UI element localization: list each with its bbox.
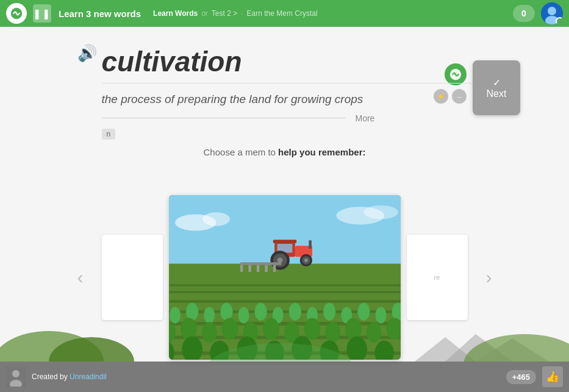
carousel-container: ‹ xyxy=(0,163,569,393)
svg-point-29 xyxy=(181,318,197,340)
svg-rect-8 xyxy=(169,291,401,293)
creator-link[interactable]: Unreadindil xyxy=(70,372,107,381)
svg-point-14 xyxy=(170,307,181,324)
more-link[interactable]: More xyxy=(356,113,375,123)
step-1: Learn Words xyxy=(153,9,198,18)
svg-point-21 xyxy=(288,303,301,321)
word-type-badge: n xyxy=(102,129,116,140)
mem-section: Choose a mem to help you remember: ‹ xyxy=(0,147,569,393)
svg-point-57 xyxy=(277,258,282,263)
lesson-title: Learn 3 new words xyxy=(59,9,141,19)
svg-rect-54 xyxy=(273,240,296,243)
word-definition: the process of preparing the land for gr… xyxy=(102,91,443,109)
svg-point-30 xyxy=(201,322,217,343)
svg-point-2 xyxy=(548,7,556,15)
avatar-badge: ✓ xyxy=(556,17,563,24)
main-content: ✓ Next ⚡ – 🔊 cultivation the process of … xyxy=(0,27,569,392)
svg-rect-53 xyxy=(309,241,312,249)
svg-point-70 xyxy=(363,205,398,219)
prev-arrow[interactable]: ‹ xyxy=(65,163,96,393)
svg-rect-64 xyxy=(256,265,259,272)
svg-point-72 xyxy=(12,370,20,377)
like-button[interactable]: 👍 xyxy=(542,366,563,387)
svg-point-60 xyxy=(304,258,308,262)
word-area: 🔊 cultivation the process of preparing t… xyxy=(77,33,492,147)
svg-rect-62 xyxy=(240,265,243,272)
step-2: Test 2 > xyxy=(212,9,237,18)
header: ❚❚ Learn 3 new words Learn Words or Test… xyxy=(0,0,569,27)
svg-point-37 xyxy=(345,318,362,340)
svg-point-31 xyxy=(221,318,238,340)
points-badge: +465 xyxy=(506,370,536,384)
svg-rect-63 xyxy=(248,265,251,272)
svg-rect-61 xyxy=(240,263,281,266)
svg-point-35 xyxy=(304,318,320,340)
svg-point-19 xyxy=(254,303,267,321)
divider xyxy=(102,118,346,118)
score-badge: 0 xyxy=(513,5,535,22)
svg-point-26 xyxy=(375,307,386,324)
next-arrow[interactable]: › xyxy=(474,163,504,393)
mem-prompt: Choose a mem to help you remember: xyxy=(204,147,366,157)
step-3: Earn the Mem Crystal xyxy=(247,9,318,18)
next-card: re xyxy=(407,235,468,320)
memrise-logo[interactable] xyxy=(6,3,27,24)
svg-point-23 xyxy=(323,303,335,321)
attribution-text: Created by Unreadindil xyxy=(32,372,107,381)
svg-point-16 xyxy=(204,307,215,324)
svg-rect-7 xyxy=(169,285,401,287)
svg-point-36 xyxy=(325,322,340,343)
pause-button[interactable]: ❚❚ xyxy=(33,4,51,23)
svg-point-33 xyxy=(263,318,279,340)
mem-image xyxy=(169,195,401,360)
svg-point-38 xyxy=(366,322,381,343)
sound-button[interactable]: 🔊 xyxy=(77,44,97,63)
svg-rect-11 xyxy=(169,322,401,326)
svg-point-68 xyxy=(202,212,230,226)
svg-rect-65 xyxy=(265,265,268,272)
creator-avatar xyxy=(6,367,26,387)
more-row: More xyxy=(102,113,492,123)
avatar[interactable]: ✓ xyxy=(541,2,563,24)
word-display: cultivation xyxy=(102,45,492,78)
bottom-bar: Created by Unreadindil +465 👍 xyxy=(0,362,569,392)
progress-steps: Learn Words or Test 2 > · Earn the Mem C… xyxy=(153,9,513,18)
next-button[interactable]: ✓ Next xyxy=(473,60,520,115)
word-divider xyxy=(102,83,492,84)
prev-card xyxy=(102,235,163,320)
svg-point-25 xyxy=(357,303,370,321)
svg-rect-9 xyxy=(169,300,401,303)
next-label: Next xyxy=(487,88,507,99)
svg-rect-66 xyxy=(273,265,276,272)
check-icon: ✓ xyxy=(493,77,501,88)
main-mem-card[interactable] xyxy=(169,195,401,360)
svg-point-18 xyxy=(238,307,249,324)
